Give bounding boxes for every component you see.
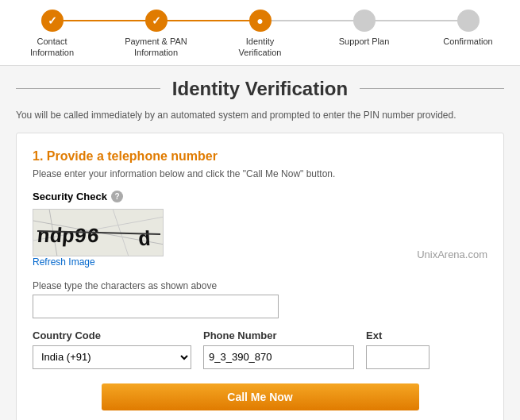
- call-me-now-button[interactable]: Call Me Now: [102, 383, 419, 410]
- step-label-payment: Payment & PAN Information: [121, 36, 192, 59]
- page-subtitle: You will be called immediately by an aut…: [16, 110, 504, 121]
- step-contact[interactable]: ✓ Contact Information: [0, 10, 104, 59]
- step-label-contact: Contact Information: [17, 36, 88, 59]
- page-title: Identity Verification: [160, 78, 360, 100]
- stepper: ✓ Contact Information ✓ Payment & PAN In…: [0, 0, 520, 66]
- captcha-svg: ndp96 d: [33, 209, 163, 256]
- step-label-support: Support Plan: [339, 36, 390, 47]
- ext-group: Ext: [366, 329, 429, 369]
- section-header: Identity Verification: [16, 78, 504, 100]
- step-confirmation[interactable]: Confirmation: [416, 10, 520, 47]
- step-payment[interactable]: ✓ Payment & PAN Information: [104, 10, 208, 59]
- step-identity[interactable]: ● Identity Verification: [208, 10, 312, 59]
- fields-row: Country Code India (+91) United States (…: [33, 329, 487, 369]
- form-instruction: Please enter your information below and …: [33, 168, 487, 179]
- captcha-image: ndp96 d: [33, 209, 164, 256]
- svg-text:d: d: [137, 228, 151, 252]
- step-circle-confirmation: [457, 10, 480, 32]
- step-circle-payment: ✓: [145, 10, 168, 32]
- help-icon[interactable]: ?: [111, 191, 123, 202]
- form-section-title: 1. Provide a telephone number: [33, 149, 487, 164]
- step-support[interactable]: Support Plan: [312, 10, 416, 47]
- ext-input[interactable]: [366, 345, 429, 369]
- step-circle-identity: ●: [249, 10, 272, 32]
- country-code-label: Country Code: [33, 329, 191, 341]
- step-circle-contact: ✓: [41, 10, 64, 32]
- security-check-label: Security Check ?: [33, 191, 487, 202]
- refresh-image-link[interactable]: Refresh Image: [33, 256, 164, 268]
- ext-label: Ext: [366, 329, 429, 341]
- phone-number-group: Phone Number: [203, 329, 354, 369]
- security-check-text: Security Check: [33, 191, 107, 202]
- form-card: 1. Provide a telephone number Please ent…: [16, 133, 504, 420]
- step-label-identity: Identity Verification: [225, 36, 296, 59]
- country-code-group: Country Code India (+91) United States (…: [33, 329, 191, 369]
- phone-number-input[interactable]: [203, 345, 354, 369]
- watermark: UnixArena.com: [417, 225, 487, 260]
- captcha-input-label: Please type the characters as shown abov…: [33, 280, 487, 291]
- step-label-confirmation: Confirmation: [443, 36, 492, 47]
- country-code-select[interactable]: India (+91) United States (+1) United Ki…: [33, 345, 191, 369]
- captcha-input[interactable]: [33, 295, 279, 318]
- phone-number-label: Phone Number: [203, 329, 354, 341]
- svg-text:ndp96: ndp96: [37, 225, 101, 249]
- captcha-container: ndp96 d Refresh Image UnixArena.com: [33, 209, 487, 277]
- step-circle-support: [353, 10, 376, 32]
- main-content: Identity Verification You will be called…: [0, 66, 520, 420]
